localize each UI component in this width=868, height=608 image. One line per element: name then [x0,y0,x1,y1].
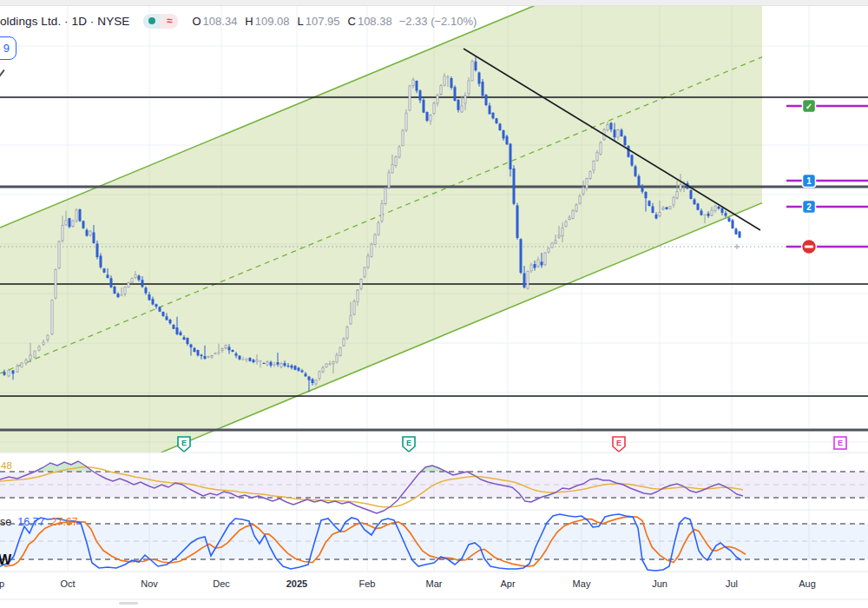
ohlc-label: H [245,15,253,28]
axis-month-label: p [0,578,23,589]
svg-text:E: E [181,439,187,447]
regression-channel[interactable] [0,5,762,453]
svg-text:1: 1 [806,176,812,186]
axis-month-label: Oct [47,578,89,589]
chart-canvas[interactable]: ✓12EEEE [0,0,868,608]
earnings-badges[interactable]: EEEE [178,437,846,452]
svg-text:E: E [406,439,411,447]
ohlc-values: O108.34H109.08L107.95C108.38−2.33 (−2.10… [192,15,477,28]
svg-text:E: E [616,439,621,447]
market-open-icon [143,14,161,29]
axis-month-label: May [561,578,602,589]
svg-text:2: 2 [806,202,812,212]
svg-text:✓: ✓ [806,102,812,111]
change-value: −2.33 (−2.10%) [399,15,477,28]
ohlc-value: 107.95 [306,15,340,28]
symbol-title: oldings Ltd. · 1D · NYSE [0,15,129,28]
watermark: W [0,552,11,568]
ohlc-label: C [348,15,356,28]
stoch-label-prefix: se [0,516,11,528]
axis-month-label: Feb [346,578,388,589]
ohlc-label: L [298,15,304,28]
axis-month-label: Apr [487,578,529,589]
page-top-strip [0,0,868,6]
rsi-value-label: 48 [1,460,12,471]
axis-month-label: Nov [128,578,170,589]
time-axis[interactable]: pOctNovDec2025FebMarAprMayJunJulAug [0,578,868,596]
axis-month-label: Mar [413,578,455,589]
axis-month-label: Aug [786,578,828,589]
stoch-legend: se16.7727.67 [0,516,78,528]
market-status-pills: ≈ [143,14,178,29]
drawing-count-badge[interactable]: 9 [0,36,16,60]
svg-text:E: E [838,439,843,447]
axis-month-label: Jun [639,578,681,589]
stoch-d-value: 27.67 [50,516,77,528]
axis-month-label: 2025 [276,578,318,589]
ohlc-label: O [192,15,201,28]
trade-level-lines[interactable]: ✓12 [786,100,868,254]
approx-price-icon: ≈ [161,14,178,29]
ohlc-value: 108.38 [358,15,392,28]
axis-month-label: Jul [711,578,753,589]
stoch-k-value: 16.77 [17,516,44,528]
chart-window: ✓12EEEE oldings Ltd. · 1D · NYSE ≈ O108.… [0,0,868,608]
last-price-marker [734,244,740,249]
ohlc-value: 108.34 [203,15,238,28]
ohlc-value: 109.08 [255,15,290,28]
axis-month-label: Dec [201,578,242,589]
axis-scroll-mark [119,602,138,605]
symbol-legend[interactable]: oldings Ltd. · 1D · NYSE ≈ O108.34H109.0… [0,11,477,30]
